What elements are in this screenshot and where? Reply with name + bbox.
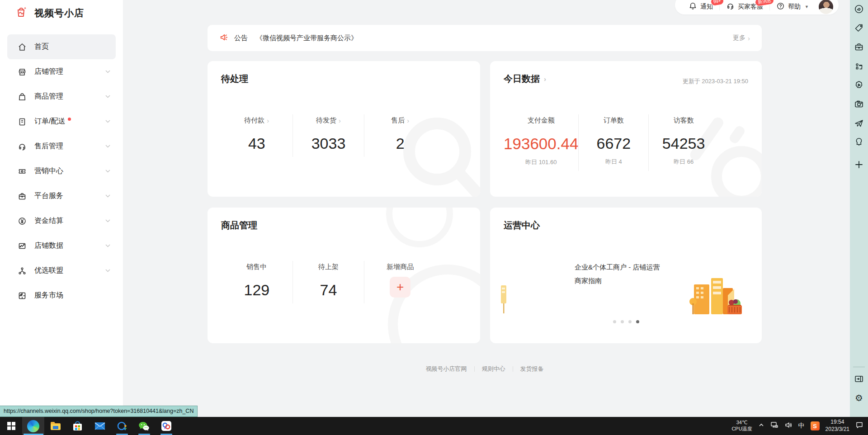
stat-order-count[interactable]: 订单数 6672 昨日 4 <box>578 114 648 171</box>
stat-value-accent: 193600.44 <box>504 135 578 153</box>
today-data-title-row[interactable]: 今日数据 › <box>504 73 546 85</box>
carousel-dot[interactable] <box>621 320 624 323</box>
carousel-banner-link[interactable]: 企业&个体工商户 - 店铺运营 商家指南 <box>575 262 724 286</box>
paper-plane-icon[interactable] <box>854 118 864 128</box>
add-product-block: 新增商品 + <box>364 261 436 303</box>
sidebar-item-aftersales[interactable]: 售后管理 <box>7 134 116 159</box>
settings-gear-icon[interactable]: ⚙ <box>854 392 864 403</box>
tree-icon[interactable] <box>854 137 864 147</box>
start-button[interactable] <box>0 417 22 435</box>
stat-payment-amount[interactable]: 支付金额 193600.44 昨日 101.60 <box>504 114 578 171</box>
action-center-icon[interactable] <box>855 421 863 431</box>
taskbar-app-mail[interactable] <box>89 417 111 435</box>
circle-watermark <box>386 208 453 247</box>
user-avatar[interactable] <box>819 0 833 14</box>
stat-label: 支付金额 <box>528 116 555 125</box>
taskbar-app-file-explorer[interactable] <box>44 417 66 435</box>
briefcase-icon[interactable] <box>854 42 864 52</box>
announcement-link[interactable]: 《微信视频号产业带服务商公示》 <box>256 34 358 43</box>
yesterday-value: 昨日 66 <box>649 158 718 166</box>
carousel-dot-active[interactable] <box>636 320 639 323</box>
taskbar-app-tencent-app[interactable] <box>155 417 177 435</box>
windows-taskbar: 34℃ CPU温度 中 S 19:54 2023/3/21 <box>0 417 868 435</box>
chat-logo-icon[interactable] <box>854 4 864 14</box>
edge-icon <box>27 420 39 432</box>
order-list-icon <box>17 117 27 127</box>
sidebar-item-label: 优选联盟 <box>34 266 63 275</box>
network-icon[interactable] <box>770 421 778 431</box>
sidebar-item-preferred-alliance[interactable]: 优选联盟 <box>7 258 116 283</box>
megaphone-icon <box>219 33 229 44</box>
cpu-temp-value: 34℃ <box>731 420 752 426</box>
chess-icon[interactable] <box>854 61 864 71</box>
help-label: 帮助 <box>788 3 801 11</box>
volume-icon[interactable] <box>784 421 793 431</box>
divider <box>513 366 513 372</box>
stat-pending-payment[interactable]: 待付款› 43 <box>221 114 292 157</box>
page-footer: 视频号小店官网 规则中心 发货报备 <box>208 365 762 373</box>
clock-widget[interactable]: 19:54 2023/3/21 <box>826 419 849 433</box>
footer-link-official-site[interactable]: 视频号小店官网 <box>426 365 467 373</box>
updated-timestamp: 更新于 2023-03-21 19:50 <box>683 77 748 85</box>
carousel-dot[interactable] <box>628 320 632 323</box>
buyer-service-button[interactable]: 买家客服 新消息 <box>720 2 769 12</box>
collapse-panel-icon[interactable] <box>854 374 864 384</box>
stat-pending-shipment[interactable]: 待发货› 3033 <box>292 114 364 157</box>
carousel-dots <box>613 320 639 323</box>
taskbar-app-qq-browser[interactable] <box>111 417 133 435</box>
announcement-more-button[interactable]: 更多 › <box>733 34 750 42</box>
chevron-down-icon <box>105 219 110 222</box>
storefront-icon <box>17 67 27 77</box>
notifications-button[interactable]: 通知 99+ <box>682 2 719 12</box>
banner-line1: 企业&个体工商户 - 店铺运营 <box>575 262 724 272</box>
help-button[interactable]: 帮助 ▼ <box>770 2 815 12</box>
chevron-down-icon <box>105 194 110 198</box>
sidebar-item-platform-services[interactable]: 平台服务 <box>7 184 116 208</box>
announcement-tag: 公告 <box>234 34 248 43</box>
cpu-temperature-widget[interactable]: 34℃ CPU温度 <box>731 420 752 432</box>
taskbar-app-microsoft-store[interactable] <box>66 417 89 435</box>
microsoft-store-icon <box>72 421 83 432</box>
sidebar-item-shop-data[interactable]: 店铺数据 <box>7 233 116 258</box>
file-explorer-icon <box>50 420 61 432</box>
stat-visitor-count[interactable]: 访客数 54253 昨日 66 <box>648 114 718 171</box>
tag-icon[interactable] <box>854 23 864 33</box>
stat-on-sale[interactable]: 销售中 129 <box>221 261 292 303</box>
taskbar-app-wechat[interactable] <box>133 417 155 435</box>
taskbar-app-edge[interactable] <box>22 417 44 435</box>
briefcase-icon <box>17 191 27 201</box>
add-panel-icon[interactable] <box>854 159 864 170</box>
sidebar-item-product-management[interactable]: 商品管理 <box>7 84 116 109</box>
footer-link-shipping-report[interactable]: 发货报备 <box>520 365 544 373</box>
stat-to-be-listed[interactable]: 待上架 74 <box>292 261 364 303</box>
app-logo[interactable]: 视频号小店 <box>0 0 123 21</box>
shop-bag-logo-icon <box>14 5 28 21</box>
sidebar-item-home[interactable]: 首页 <box>7 34 116 59</box>
sidebar-item-service-market[interactable]: 服务市场 <box>7 283 116 308</box>
add-product-button[interactable]: + <box>390 277 410 298</box>
browser-status-url: https://channels.weixin.qq.com/shop/home… <box>0 406 198 417</box>
divider <box>474 366 475 372</box>
ime-indicator[interactable]: 中 <box>798 422 805 430</box>
carousel-dot[interactable] <box>613 320 616 323</box>
sidebar-item-orders-delivery[interactable]: 订单/配送 <box>7 109 116 134</box>
stat-value: 129 <box>221 281 292 299</box>
plus-icon: + <box>396 280 404 294</box>
sidebar-item-shop-management[interactable]: 店铺管理 <box>7 59 116 84</box>
stat-aftersales[interactable]: 售后› 2 <box>364 114 436 157</box>
stat-label: 访客数 <box>674 116 694 125</box>
chevron-right-icon: › <box>544 76 546 82</box>
bell-icon <box>689 2 697 12</box>
sidebar-item-label: 商品管理 <box>34 92 63 101</box>
sidebar-item-funds-settlement[interactable]: 资金结算 <box>7 208 116 233</box>
tray-expand-chevron-icon[interactable] <box>758 422 764 430</box>
sogou-input-icon[interactable]: S <box>811 421 820 430</box>
shape-play-icon[interactable] <box>854 80 864 90</box>
footer-link-rules-center[interactable]: 规则中心 <box>482 365 505 373</box>
yesterday-value: 昨日 4 <box>579 158 648 166</box>
sidebar-item-marketing-center[interactable]: 营销中心 <box>7 159 116 184</box>
headset-icon <box>17 142 27 151</box>
camera-icon[interactable] <box>854 99 864 109</box>
sidebar-item-label: 订单/配送 <box>34 117 65 126</box>
chevron-down-icon <box>105 145 110 148</box>
